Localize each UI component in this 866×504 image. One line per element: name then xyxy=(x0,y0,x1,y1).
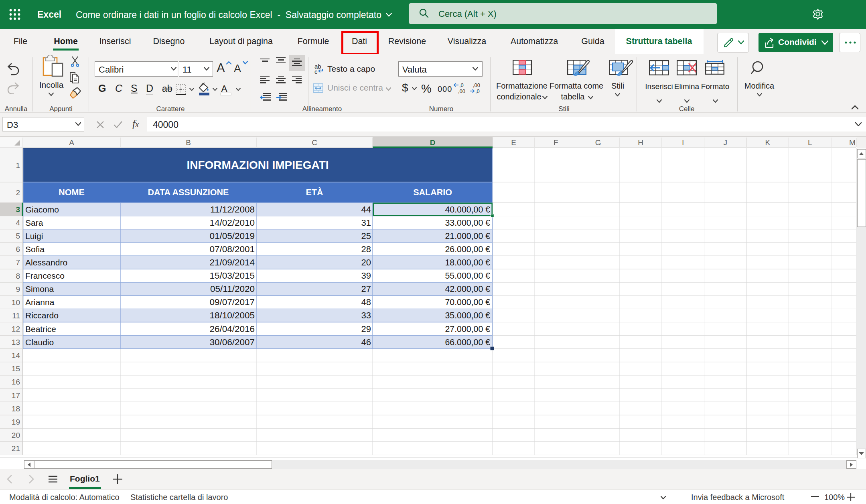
svg-text:Claudio: Claudio xyxy=(25,338,54,347)
svg-text:70.000,00 €: 70.000,00 € xyxy=(445,298,490,307)
svg-text:I: I xyxy=(682,138,684,147)
svg-text:21.000,00 €: 21.000,00 € xyxy=(445,231,490,241)
svg-text:1: 1 xyxy=(16,161,20,170)
svg-text:14/02/2010: 14/02/2010 xyxy=(209,218,255,228)
svg-text:25: 25 xyxy=(361,231,371,241)
svg-text:K: K xyxy=(765,138,770,147)
svg-text:7: 7 xyxy=(16,258,20,267)
svg-text:40.000,00 €: 40.000,00 € xyxy=(445,205,490,215)
svg-text:26.000,00 €: 26.000,00 € xyxy=(445,245,490,254)
svg-text:27.000,00 €: 27.000,00 € xyxy=(445,324,490,334)
svg-text:NOME: NOME xyxy=(59,188,85,197)
svg-text:66.000,00 €: 66.000,00 € xyxy=(445,338,490,347)
svg-text:G: G xyxy=(595,138,601,147)
svg-text:18: 18 xyxy=(12,405,20,413)
svg-text:46: 46 xyxy=(361,337,371,347)
svg-text:Arianna: Arianna xyxy=(25,298,55,307)
svg-text:39: 39 xyxy=(361,271,371,281)
svg-text:09/07/2017: 09/07/2017 xyxy=(209,297,255,307)
svg-text:,0: ,0 xyxy=(459,83,464,88)
svg-text:D: D xyxy=(430,138,436,147)
svg-text:11/12/2008: 11/12/2008 xyxy=(210,204,255,215)
svg-text:31: 31 xyxy=(361,218,371,228)
svg-text:29: 29 xyxy=(361,324,371,334)
svg-text:26/04/2016: 26/04/2016 xyxy=(209,324,255,334)
svg-text:INFORMAZIONI IMPIEGATI: INFORMAZIONI IMPIEGATI xyxy=(187,159,329,171)
svg-text:17: 17 xyxy=(12,391,20,400)
svg-text:Riccardo: Riccardo xyxy=(25,311,59,320)
svg-text:21: 21 xyxy=(12,444,20,453)
svg-text:21/09/2014: 21/09/2014 xyxy=(209,257,255,267)
svg-text:4: 4 xyxy=(16,219,20,227)
svg-text:9: 9 xyxy=(16,285,20,293)
svg-text:Luigi: Luigi xyxy=(25,231,43,241)
svg-text:B: B xyxy=(186,138,191,147)
svg-text:F: F xyxy=(554,138,558,147)
svg-text:5: 5 xyxy=(16,232,20,240)
svg-text:15: 15 xyxy=(12,364,20,373)
svg-text:SALARIO: SALARIO xyxy=(413,188,452,197)
svg-text:55.000,00 €: 55.000,00 € xyxy=(445,271,490,281)
svg-text:01/05/2019: 01/05/2019 xyxy=(209,231,255,241)
svg-text:27: 27 xyxy=(361,284,371,294)
svg-text:33: 33 xyxy=(361,310,371,320)
svg-text:Sara: Sara xyxy=(25,218,43,227)
svg-text:Giacomo: Giacomo xyxy=(25,205,59,214)
svg-text:20: 20 xyxy=(12,431,20,439)
svg-text:07/08/2001: 07/08/2001 xyxy=(209,244,255,254)
svg-text:3: 3 xyxy=(16,205,20,214)
svg-text:14: 14 xyxy=(12,351,20,360)
svg-text:M: M xyxy=(849,138,856,147)
svg-text:42.000,00 €: 42.000,00 € xyxy=(445,284,490,294)
svg-text:,00: ,00 xyxy=(458,88,465,94)
svg-text:15/03/2015: 15/03/2015 xyxy=(209,271,255,281)
svg-text:12: 12 xyxy=(12,325,20,333)
svg-text:35.000,00 €: 35.000,00 € xyxy=(445,311,490,320)
svg-text:H: H xyxy=(638,138,643,147)
svg-text:44: 44 xyxy=(361,204,371,215)
svg-text:30/06/2007: 30/06/2007 xyxy=(209,337,255,347)
svg-text:Alessandro: Alessandro xyxy=(25,258,67,267)
svg-text:c: c xyxy=(314,68,318,75)
svg-text:Sofia: Sofia xyxy=(25,245,45,254)
svg-text:DATA ASSUNZIONE: DATA ASSUNZIONE xyxy=(148,188,229,197)
svg-text:18/10/2005: 18/10/2005 xyxy=(209,310,255,320)
svg-text:11: 11 xyxy=(12,312,20,320)
svg-text:A: A xyxy=(69,138,74,147)
svg-text:8: 8 xyxy=(16,272,20,280)
svg-text:18.000,00 €: 18.000,00 € xyxy=(445,258,490,267)
svg-text:C: C xyxy=(312,138,317,147)
svg-text:,00: ,00 xyxy=(473,83,480,88)
svg-text:ETÀ: ETÀ xyxy=(306,187,323,197)
svg-text:13: 13 xyxy=(12,338,20,346)
svg-text:6: 6 xyxy=(16,245,20,253)
svg-text:19: 19 xyxy=(12,418,20,426)
svg-text:05/11/2020: 05/11/2020 xyxy=(210,284,255,294)
svg-text:Francesco: Francesco xyxy=(25,271,65,280)
svg-text:L: L xyxy=(808,138,812,147)
svg-text:Beatrice: Beatrice xyxy=(25,324,56,334)
svg-text:J: J xyxy=(724,138,728,147)
svg-text:33.000,00 €: 33.000,00 € xyxy=(445,218,490,228)
svg-text:28: 28 xyxy=(361,244,371,254)
svg-text:20: 20 xyxy=(361,257,371,267)
svg-text:16: 16 xyxy=(12,378,20,386)
svg-text:2: 2 xyxy=(16,188,20,197)
svg-text:,0: ,0 xyxy=(475,88,480,94)
svg-text:Simona: Simona xyxy=(25,284,54,293)
svg-text:E: E xyxy=(511,138,516,147)
svg-text:10: 10 xyxy=(12,298,20,307)
svg-text:48: 48 xyxy=(361,297,371,307)
